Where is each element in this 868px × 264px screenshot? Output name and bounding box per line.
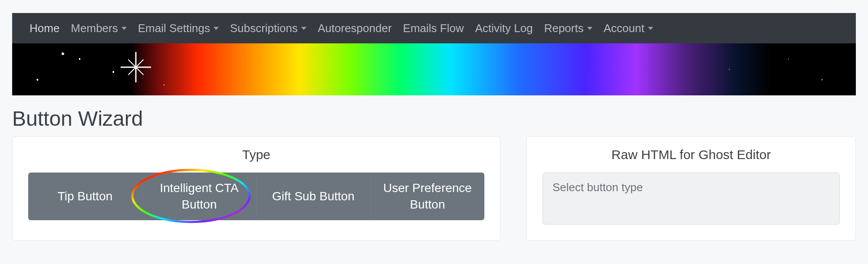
- type-panel: Type Tip Button Intelligent CTA Button G…: [12, 137, 500, 241]
- nav-home[interactable]: Home: [30, 23, 59, 34]
- output-panel: Raw HTML for Ghost Editor Select button …: [526, 137, 856, 241]
- type-option-tip-label: Tip Button: [58, 188, 113, 205]
- type-option-user-preference-label: User Preference Button: [377, 180, 478, 213]
- nav-account[interactable]: Account: [604, 23, 653, 34]
- nav-emails-flow-label: Emails Flow: [403, 23, 464, 34]
- chevron-down-icon: [587, 27, 592, 30]
- nav-members[interactable]: Members: [71, 23, 126, 34]
- page-title: Button Wizard: [12, 107, 856, 130]
- header-banner: [12, 43, 856, 95]
- chevron-down-icon: [648, 27, 653, 30]
- output-placeholder: Select button type: [552, 181, 643, 194]
- nav-autoresponder-label: Autoresponder: [318, 23, 392, 34]
- nav-members-label: Members: [71, 23, 118, 34]
- nav-subscriptions-label: Subscriptions: [230, 23, 298, 34]
- nav-email-settings[interactable]: Email Settings: [138, 23, 219, 34]
- nav-autoresponder[interactable]: Autoresponder: [318, 23, 392, 34]
- main-navbar: Home Members Email Settings Subscription…: [12, 13, 856, 43]
- type-option-gift-sub[interactable]: Gift Sub Button: [256, 173, 370, 220]
- chevron-down-icon: [214, 27, 219, 30]
- type-button-group: Tip Button Intelligent CTA Button Gift S…: [28, 173, 484, 220]
- type-option-gift-sub-label: Gift Sub Button: [272, 188, 355, 205]
- star-icon: [121, 52, 151, 82]
- output-html-box[interactable]: Select button type: [542, 173, 840, 225]
- chevron-down-icon: [301, 27, 306, 30]
- nav-emails-flow[interactable]: Emails Flow: [403, 23, 464, 34]
- nav-email-settings-label: Email Settings: [138, 23, 210, 34]
- nav-home-label: Home: [30, 23, 59, 34]
- type-option-intelligent-cta-label: Intelligent CTA Button: [148, 180, 250, 213]
- output-panel-title: Raw HTML for Ghost Editor: [542, 147, 840, 162]
- nav-activity-log[interactable]: Activity Log: [475, 23, 533, 34]
- nav-reports[interactable]: Reports: [544, 23, 592, 34]
- type-panel-title: Type: [28, 147, 484, 162]
- nav-reports-label: Reports: [544, 23, 584, 34]
- nav-account-label: Account: [604, 23, 644, 34]
- type-option-tip[interactable]: Tip Button: [28, 173, 142, 220]
- type-option-intelligent-cta[interactable]: Intelligent CTA Button: [142, 173, 256, 220]
- chevron-down-icon: [122, 27, 127, 30]
- type-option-user-preference[interactable]: User Preference Button: [370, 173, 484, 220]
- nav-subscriptions[interactable]: Subscriptions: [230, 23, 306, 34]
- nav-activity-log-label: Activity Log: [475, 23, 533, 34]
